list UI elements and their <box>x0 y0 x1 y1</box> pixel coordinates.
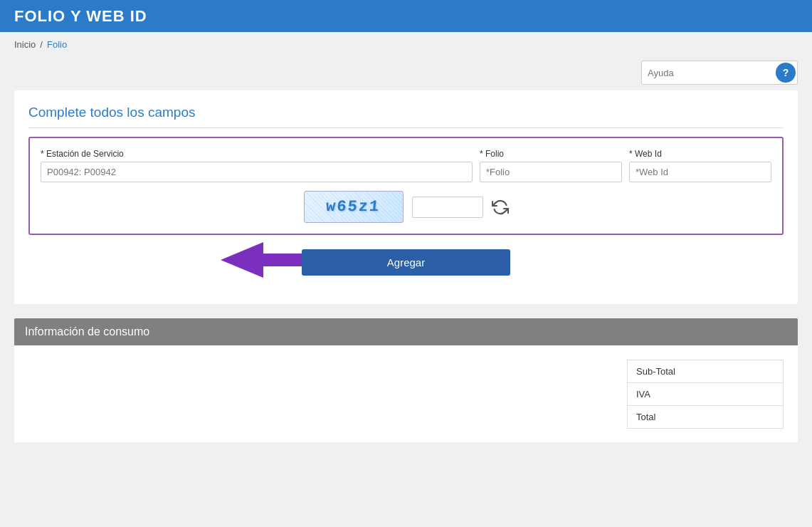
help-bar: ? <box>0 57 812 90</box>
breadcrumb: Inicio / Folio <box>0 32 812 57</box>
help-input[interactable] <box>642 64 774 82</box>
refresh-icon <box>492 199 509 216</box>
total-label: Total <box>636 412 655 422</box>
folio-group: * Folio <box>480 149 622 182</box>
consumo-body: Sub-Total IVA Total <box>14 345 798 442</box>
page-header: FOLIO Y WEB ID <box>0 0 812 32</box>
total-row: Total <box>627 405 784 429</box>
header-title: FOLIO Y WEB ID <box>14 7 147 26</box>
main-card: Complete todos los campos * Estación de … <box>14 90 798 304</box>
agregar-area: Agregar <box>28 249 784 276</box>
webid-label: * Web Id <box>629 149 771 159</box>
subtotal-row: Sub-Total <box>627 360 784 383</box>
form-box: * Estación de Servicio * Folio * Web Id … <box>28 137 784 235</box>
totals-box: Sub-Total IVA Total <box>627 360 784 428</box>
webid-group: * Web Id <box>629 149 771 182</box>
breadcrumb-separator: / <box>40 39 43 50</box>
help-button[interactable]: ? <box>776 63 796 83</box>
webid-input[interactable] <box>629 162 771 182</box>
consumo-header: Información de consumo <box>14 318 798 345</box>
folio-label: * Folio <box>480 149 622 159</box>
iva-label: IVA <box>636 389 650 400</box>
breadcrumb-home[interactable]: Inicio <box>14 39 36 50</box>
iva-row: IVA <box>627 382 784 406</box>
fields-row: * Estación de Servicio * Folio * Web Id <box>41 149 771 182</box>
help-input-wrap: ? <box>641 61 798 85</box>
captcha-row: w65z1 <box>41 191 771 223</box>
estacion-input[interactable] <box>41 162 473 182</box>
consumo-section: Información de consumo Sub-Total IVA Tot… <box>14 318 798 442</box>
estacion-label: * Estación de Servicio <box>41 149 473 159</box>
subtotal-label: Sub-Total <box>636 366 675 377</box>
agregar-button[interactable]: Agregar <box>302 249 510 276</box>
breadcrumb-current: Folio <box>47 39 67 50</box>
captcha-refresh-button[interactable] <box>492 199 509 216</box>
folio-input[interactable] <box>480 162 622 182</box>
estacion-group: * Estación de Servicio <box>41 149 473 182</box>
card-title: Complete todos los campos <box>28 105 784 128</box>
captcha-image: w65z1 <box>304 191 404 223</box>
captcha-text: w65z1 <box>325 198 381 216</box>
svg-marker-1 <box>221 242 263 278</box>
captcha-input[interactable] <box>412 197 483 218</box>
